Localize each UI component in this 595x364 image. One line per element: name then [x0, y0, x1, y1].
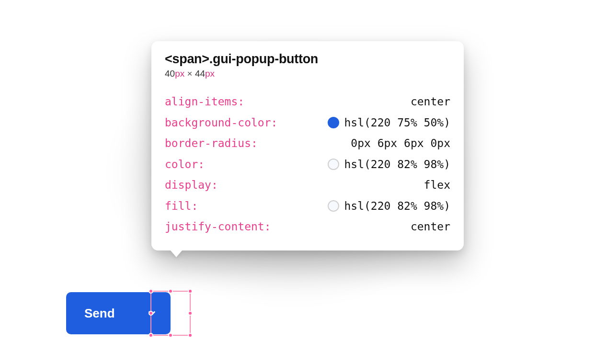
css-prop-key: background-color:	[165, 117, 277, 128]
css-prop-value: hsl(220 75% 50%)	[328, 117, 450, 128]
tooltip-height-value: 44	[195, 68, 205, 79]
css-prop-key: fill:	[165, 201, 198, 212]
tooltip-width-value: 40	[165, 68, 175, 79]
css-prop-value: center	[411, 96, 450, 107]
css-prop-key: align-items:	[165, 96, 244, 107]
css-property-row: align-items: center	[165, 91, 450, 112]
css-prop-key: color:	[165, 159, 205, 170]
css-prop-key: justify-content:	[165, 221, 271, 232]
tooltip-dimensions: 40px × 44px	[165, 68, 450, 79]
color-swatch-icon	[328, 117, 339, 128]
css-prop-value: hsl(220 82% 98%)	[328, 159, 450, 170]
css-inspector-tooltip: <span>.gui-popup-button 40px × 44px alig…	[151, 41, 464, 250]
css-prop-value: hsl(220 82% 98%)	[328, 200, 450, 212]
css-property-row: background-color: hsl(220 75% 50%)	[165, 112, 450, 133]
tooltip-selector-title: <span>.gui-popup-button	[165, 52, 450, 67]
popup-dropdown-button[interactable]	[133, 292, 171, 334]
css-prop-value: flex	[424, 180, 450, 191]
css-property-row: border-radius: 0px 6px 6px 0px	[165, 133, 450, 154]
split-button-group: Send	[66, 292, 171, 334]
css-prop-value: center	[411, 221, 450, 232]
color-swatch-icon	[328, 159, 339, 170]
chevron-down-icon	[147, 308, 157, 318]
tooltip-dim-separator: ×	[184, 68, 195, 79]
css-property-row: justify-content: center	[165, 216, 450, 237]
tooltip-height-unit: px	[205, 68, 215, 79]
css-property-row: color: hsl(220 82% 98%)	[165, 154, 450, 175]
css-prop-key: border-radius:	[165, 138, 258, 149]
css-property-row: display: flex	[165, 175, 450, 195]
color-swatch-icon	[328, 200, 339, 212]
tooltip-width-unit: px	[175, 68, 184, 79]
css-prop-key: display:	[165, 180, 218, 191]
css-property-row: fill: hsl(220 82% 98%)	[165, 195, 450, 216]
css-prop-value: 0px 6px 6px 0px	[351, 138, 450, 149]
resize-handle[interactable]	[188, 333, 193, 338]
css-property-list: align-items: center background-color: hs…	[165, 91, 450, 237]
send-button[interactable]: Send	[66, 292, 133, 334]
